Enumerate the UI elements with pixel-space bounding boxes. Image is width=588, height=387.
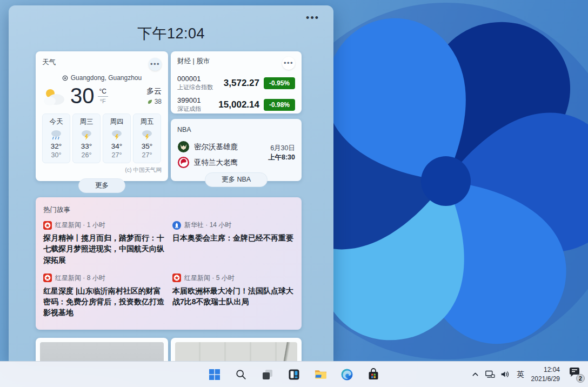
game-time: 上午8:30 — [255, 153, 295, 162]
nba-more-button[interactable]: 更多 NBA — [205, 172, 268, 187]
search-icon — [235, 369, 247, 381]
panel-clock: 下午12:04 — [9, 24, 333, 43]
windows-logo-icon — [208, 368, 221, 381]
weather-title: 天气 — [42, 58, 56, 67]
clock-tray[interactable]: 12:04 2021/6/29 — [531, 365, 562, 383]
stock-row-sse[interactable]: 000001 上证综合指数 3,572.27 -0.95% — [177, 75, 295, 91]
storm-icon — [141, 129, 153, 140]
tray-chevron-up-icon[interactable] — [471, 370, 480, 379]
news-headline: 日本奥委会主席：金牌已经不再重要 — [172, 232, 294, 243]
network-icon[interactable] — [485, 370, 495, 379]
news-title: 热门故事 — [43, 206, 70, 213]
stock-change-badge: -0.95% — [264, 77, 295, 89]
weather-location: Guangdong, Guangzhou — [71, 74, 142, 82]
current-temperature: 30 — [70, 84, 95, 108]
search-button[interactable] — [232, 365, 250, 384]
game-date: 6月30日 — [255, 144, 295, 153]
language-indicator[interactable]: 英 — [515, 369, 526, 381]
news-source-time: 新华社 · 14 小时 — [184, 221, 231, 230]
storm-icon — [80, 129, 93, 140]
edge-browser-icon — [340, 368, 353, 381]
news-source-time: 红星新闻 · 5 小时 — [184, 273, 235, 283]
story-card-photo-right[interactable] — [171, 338, 302, 361]
stock-row-szse[interactable]: 399001 深证成指 15,002.14 -0.98% — [177, 96, 295, 113]
tray-date: 2021/6/29 — [531, 375, 560, 383]
stock-code: 399001 — [177, 96, 218, 104]
news-headline: 探月精神丨揽月而归，踏梦而行：十七载探月梦照进现实，中国航天向纵深拓展 — [43, 232, 165, 265]
file-explorer-icon — [314, 368, 328, 381]
celsius-toggle[interactable]: °C — [98, 88, 108, 97]
tray-time: 12:04 — [531, 365, 560, 374]
stock-value: 15,002.14 — [218, 99, 264, 110]
stocks-title: 财经 | 股市 — [177, 57, 210, 66]
stock-code: 000001 — [177, 75, 224, 83]
stock-name: 深证成指 — [177, 105, 218, 113]
weather-widget[interactable]: 天气 ••• Guangdong, Guangzhou 30 °C °F 多云 — [36, 51, 168, 181]
news-widget[interactable]: 热门故事 红星新闻 · 1 小时 探月精神丨揽月而归，踏梦而行：十七载探月梦照进… — [36, 197, 302, 330]
air-quality-value: 38 — [155, 98, 162, 105]
red-star-news-icon — [43, 273, 52, 282]
team-row-hawks[interactable]: 亚特兰大老鹰 — [177, 156, 255, 169]
weather-menu-icon[interactable]: ••• — [149, 58, 162, 71]
weather-more-button[interactable]: 更多 — [78, 178, 125, 193]
forecast-day-today[interactable]: 今天 32° 30° — [42, 114, 70, 163]
weather-attribution: (c) 中国天气网 — [42, 166, 162, 174]
panel-more-options-icon[interactable]: ••• — [306, 14, 319, 22]
news-source-time: 红星新闻 · 1 小时 — [55, 221, 105, 230]
widgets-panel: 下午12:04 ••• 天气 ••• Guangdong, Guangzhou … — [9, 5, 333, 361]
stock-name: 上证综合指数 — [177, 83, 224, 91]
stocks-menu-icon[interactable]: ••• — [282, 57, 295, 70]
volume-icon[interactable] — [500, 370, 510, 379]
task-view-icon — [261, 368, 274, 381]
partly-cloudy-icon — [42, 86, 67, 106]
story-photo — [40, 342, 164, 361]
location-pin-icon — [62, 75, 68, 81]
news-item-3[interactable]: 红星新闻 · 8 小时 红星深度 |山东临沂南村社区的财富密码：免费分房背后，投… — [43, 273, 165, 318]
news-source-time: 红星新闻 · 8 小时 — [55, 273, 105, 283]
hawks-logo-icon — [177, 156, 190, 169]
bucks-logo-icon — [177, 141, 190, 153]
stocks-widget[interactable]: 财经 | 股市 ••• 000001 上证综合指数 3,572.27 -0.95… — [171, 51, 302, 114]
start-button[interactable] — [205, 365, 224, 384]
forecast-day-thu[interactable]: 周四 34° 27° — [103, 114, 131, 163]
task-view-button[interactable] — [258, 365, 277, 384]
stock-change-badge: -0.98% — [264, 99, 295, 111]
file-explorer-button[interactable] — [311, 365, 330, 384]
notification-button[interactable]: 2 — [567, 366, 584, 383]
microsoft-store-button[interactable] — [364, 365, 383, 384]
edge-button[interactable] — [338, 365, 356, 384]
news-item-4[interactable]: 红星新闻 · 5 小时 本届欧洲杯最大冷门！法国队点球大战7比8不敌瑞士队出局 — [172, 273, 294, 318]
story-card-photo-left[interactable] — [36, 338, 168, 361]
fahrenheit-toggle[interactable]: °F — [100, 97, 106, 104]
team-row-bucks[interactable]: 密尔沃基雄鹿 — [177, 141, 255, 153]
story-photo — [175, 342, 297, 361]
taskbar: 英 12:04 2021/6/29 2 — [0, 361, 588, 387]
forecast-day-wed[interactable]: 周三 33° 26° — [72, 114, 101, 163]
red-star-news-icon — [43, 221, 52, 230]
nba-title: NBA — [177, 126, 191, 134]
nba-widget[interactable]: NBA 密尔沃基雄鹿 亚特兰大老鹰 — [171, 119, 302, 181]
microsoft-store-icon — [367, 368, 380, 381]
rain-icon — [50, 129, 63, 140]
news-item-2[interactable]: 新华社 · 14 小时 日本奥委会主席：金牌已经不再重要 — [172, 221, 294, 265]
xinhua-news-icon — [172, 221, 181, 230]
red-star-news-icon — [172, 273, 181, 282]
news-headline: 红星深度 |山东临沂南村社区的财富密码：免费分房背后，投资数亿打造影视基地 — [43, 285, 165, 318]
news-headline: 本届欧洲杯最大冷门！法国队点球大战7比8不敌瑞士队出局 — [172, 285, 294, 308]
stock-value: 3,572.27 — [224, 78, 264, 89]
widgets-icon — [288, 368, 300, 381]
news-item-1[interactable]: 红星新闻 · 1 小时 探月精神丨揽月而归，踏梦而行：十七载探月梦照进现实，中国… — [43, 221, 165, 265]
forecast-day-fri[interactable]: 周五 35° 27° — [133, 114, 161, 163]
notification-badge: 2 — [576, 374, 585, 383]
widgets-button[interactable] — [285, 365, 303, 384]
storm-icon — [110, 129, 123, 140]
weather-condition: 多云 — [146, 86, 162, 96]
air-quality-icon — [147, 99, 153, 105]
